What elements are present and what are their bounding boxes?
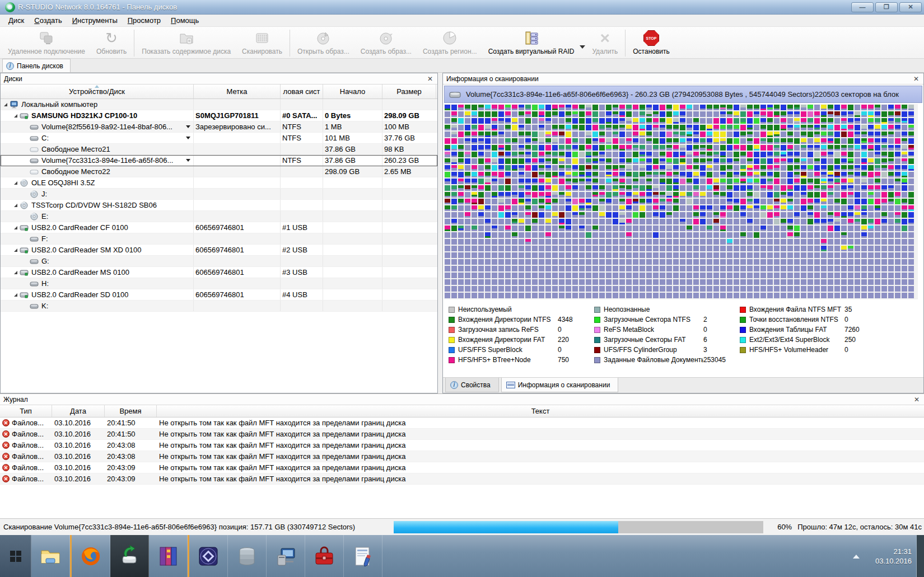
- toolbar-scan-button[interactable]: Сканировать: [236, 28, 288, 58]
- menu-item-4[interactable]: Помощь: [166, 15, 204, 26]
- disk-row[interactable]: Volume{7cc331c3-894e-11e6-a65f-806... NT…: [1, 155, 437, 166]
- log-row[interactable]: ✕Файлов... 03.10.2016 20:43:08 Не открыт…: [0, 440, 924, 451]
- toolbar-create-region-label: Создать регион...: [423, 48, 477, 55]
- expand-icon[interactable]: [14, 248, 17, 252]
- log-row[interactable]: ✕Файлов... 03.10.2016 20:43:08 Не открыт…: [0, 451, 924, 462]
- log-column-1[interactable]: Дата: [52, 405, 105, 417]
- chevron-down-icon[interactable]: [186, 125, 190, 128]
- scan-icon: [254, 30, 270, 46]
- disk-row[interactable]: Локальный компьютер: [1, 99, 437, 110]
- taskbar-purple-app[interactable]: [189, 535, 228, 577]
- log-column-0[interactable]: Тип: [0, 405, 52, 417]
- taskbar-toolbox-app[interactable]: [305, 535, 344, 577]
- restore-button[interactable]: ❐: [875, 2, 898, 12]
- taskbar-winrar[interactable]: [149, 535, 188, 577]
- log-column-2[interactable]: Время: [105, 405, 157, 417]
- volume-icon: [30, 134, 39, 142]
- disk-size: [382, 289, 436, 300]
- toolbar-create-region-button[interactable]: Создать регион...: [417, 28, 483, 58]
- disk-start: [323, 289, 382, 300]
- log-column-3[interactable]: Текст: [157, 405, 924, 417]
- log-time: 20:41:50: [105, 429, 157, 439]
- legend-label: Вхождения Директории FAT: [458, 336, 558, 344]
- disk-row[interactable]: E:: [1, 211, 437, 222]
- scanned-volume-header: Volume{7cc331c3-894e-11e6-a65f-806e6f6e6…: [444, 86, 922, 103]
- log-row[interactable]: ✕Файлов... 03.10.2016 20:41:50 Не открыт…: [0, 417, 924, 429]
- start-button[interactable]: [0, 535, 31, 577]
- taskbar-editor-app[interactable]: [344, 535, 382, 577]
- scan-panel-close-icon[interactable]: ✕: [912, 75, 920, 83]
- toolbar-create-image-button[interactable]: Создать образ...: [355, 28, 417, 58]
- disk-label: [194, 301, 281, 311]
- log-row[interactable]: ✕Файлов... 03.10.2016 20:43:09 Не открыт…: [0, 462, 924, 473]
- disk-row[interactable]: J:: [1, 189, 437, 200]
- disks-column-0[interactable]: Устройство/Диск: [1, 85, 194, 98]
- taskbar-computer-app[interactable]: [267, 535, 305, 577]
- disk-row[interactable]: USB2.0 CardReader SD 0100 606569746801 #…: [1, 289, 437, 301]
- taskbar-rstudio[interactable]: [110, 535, 149, 577]
- disk-row[interactable]: C: NTFS 101 MB 37.76 GB: [1, 133, 437, 144]
- menu-item-1[interactable]: Создать: [29, 15, 67, 26]
- tray-expand-icon[interactable]: [853, 555, 860, 559]
- toolbar-stop-button[interactable]: STOP Остановить: [627, 28, 675, 58]
- disk-row[interactable]: TSSTcorp CD/DVDW SH-S182D SB06: [1, 200, 437, 211]
- scan-tab-inactive[interactable]: iСвойства: [445, 378, 499, 392]
- taskbar-explorer[interactable]: [31, 535, 70, 577]
- menu-item-2[interactable]: Инструменты: [67, 15, 123, 26]
- expand-icon[interactable]: [14, 181, 17, 185]
- disk-row[interactable]: Свободное Место21 37.86 GB 98 KB: [1, 144, 437, 155]
- toolbar-create-raid-button[interactable]: Создать виртуальный RAID: [483, 28, 580, 58]
- expand-icon[interactable]: [14, 226, 17, 229]
- toolbar-remote-connection-label: Удаленное подключение: [8, 48, 85, 55]
- disk-fs: #0 SATA...: [281, 110, 323, 121]
- minimize-button[interactable]: —: [851, 2, 874, 12]
- disk-row[interactable]: OLE O5QJ8HI 3.5Z: [1, 177, 437, 189]
- disk-row[interactable]: SAMSUNG HD321KJ CP100-10 S0MQJ1GP701811 …: [1, 110, 437, 121]
- disk-name: K:: [41, 302, 48, 310]
- close-button[interactable]: ✕: [899, 2, 922, 12]
- scan-block-map[interactable]: [444, 104, 918, 299]
- disk-row[interactable]: USB2.0 CardReader MS 0100 606569746801 #…: [1, 267, 437, 278]
- disk-row[interactable]: G:: [1, 256, 437, 267]
- menu-item-0[interactable]: Диск: [3, 15, 29, 26]
- toolbar-delete-button[interactable]: × Удалить: [586, 28, 623, 58]
- tab-disk-panel[interactable]: i Панель дисков: [2, 59, 71, 72]
- disks-column-2[interactable]: ловая сист: [281, 85, 323, 98]
- disk-row[interactable]: Volume{82f55619-8a92-11e4-8baf-806... За…: [1, 121, 437, 133]
- disk-row[interactable]: K:: [1, 301, 437, 312]
- log-table-header[interactable]: ТипДатаВремяТекст: [0, 405, 924, 417]
- taskbar-clock[interactable]: 21:31 03.10.2016: [875, 547, 912, 566]
- disk-row[interactable]: Свободное Место22 298.09 GB 2.65 MB: [1, 166, 437, 177]
- chevron-down-icon[interactable]: [186, 159, 190, 162]
- expand-icon[interactable]: [14, 204, 17, 207]
- disks-column-1[interactable]: Метка: [194, 85, 281, 98]
- expand-icon[interactable]: [4, 103, 7, 106]
- show-desktop-button[interactable]: [916, 535, 924, 577]
- log-panel-close-icon[interactable]: ✕: [913, 396, 921, 404]
- disks-panel-close-icon[interactable]: ✕: [426, 75, 434, 83]
- disk-row[interactable]: F:: [1, 233, 437, 245]
- disk-row[interactable]: USB2.0 CardReader SM XD 0100 60656974680…: [1, 245, 437, 256]
- chevron-down-icon[interactable]: [186, 137, 190, 139]
- scan-tab-active[interactable]: Информация о сканировании: [501, 378, 619, 392]
- disks-column-3[interactable]: Начало: [323, 85, 382, 98]
- taskbar-firefox[interactable]: [72, 535, 110, 577]
- disk-row[interactable]: H:: [1, 278, 437, 289]
- taskbar-database-app[interactable]: [228, 535, 267, 577]
- expand-icon[interactable]: [14, 293, 17, 297]
- raid-dropdown-icon[interactable]: [580, 45, 585, 49]
- expand-icon[interactable]: [14, 271, 17, 274]
- log-row[interactable]: ✕Файлов... 03.10.2016 20:41:50 Не открыт…: [0, 429, 924, 440]
- toolbar-open-image-button[interactable]: Открыть образ...: [292, 28, 355, 58]
- disk-start: [323, 99, 382, 110]
- expand-icon[interactable]: [14, 114, 17, 118]
- menu-item-3[interactable]: Просмотр: [123, 15, 166, 26]
- toolbar-refresh-button[interactable]: ↻ Обновить: [91, 28, 132, 58]
- legend-swatch: [594, 357, 600, 363]
- disks-table-header[interactable]: Устройство/ДискМеткаловая систНачалоРазм…: [1, 85, 437, 99]
- toolbar-show-disk-content-button[interactable]: Показать содержимое диска: [136, 28, 236, 58]
- disks-column-4[interactable]: Размер: [382, 85, 436, 98]
- toolbar-remote-connection-button[interactable]: Удаленное подключение: [2, 28, 91, 58]
- log-row[interactable]: ✕Файлов... 03.10.2016 20:43:09 Не открыт…: [0, 473, 924, 485]
- disk-row[interactable]: USB2.0 CardReader CF 0100 606569746801 #…: [1, 222, 437, 233]
